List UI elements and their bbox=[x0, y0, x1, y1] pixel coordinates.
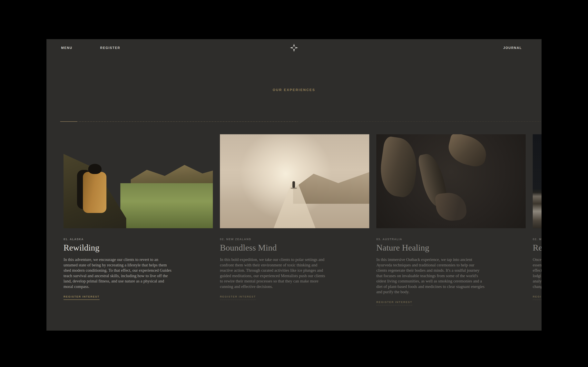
carousel-progress-divider bbox=[60, 121, 542, 122]
card-title: Re bbox=[533, 243, 542, 253]
experience-carousel: 01. ALASKA Rewilding In this adventure, … bbox=[63, 134, 542, 305]
menu-button[interactable]: MENU bbox=[61, 46, 72, 50]
register-link[interactable]: REGISTER bbox=[100, 46, 120, 50]
progress-track-inactive bbox=[299, 121, 542, 122]
experience-card-nature-healing: 03. AUSTRALIA Nature Healing In this imm… bbox=[376, 134, 526, 305]
rewilding-photo[interactable] bbox=[63, 134, 213, 228]
boundless-mind-photo[interactable] bbox=[220, 134, 369, 228]
site-canvas: MENU REGISTER JOURNAL OUR EXPERIENCES bbox=[46, 39, 542, 331]
section-eyebrow: OUR EXPERIENCES bbox=[46, 88, 542, 92]
experience-card-clipped: 02. M Re Once essen effect lodgi analy c… bbox=[533, 134, 542, 305]
photo-helmet bbox=[88, 164, 102, 174]
nature-healing-photo[interactable] bbox=[376, 134, 526, 228]
photo-ceremonial-bowl bbox=[470, 170, 526, 228]
card-title: Rewilding bbox=[63, 243, 213, 253]
photo-bark-piece bbox=[445, 134, 490, 168]
photo-valley bbox=[120, 183, 213, 228]
photo-dune-ridge bbox=[293, 166, 369, 204]
photo-bark-piece bbox=[435, 191, 467, 222]
clipped-photo[interactable] bbox=[533, 134, 542, 228]
register-interest-link[interactable]: REGIS bbox=[533, 295, 542, 300]
progress-track-active bbox=[79, 121, 299, 122]
register-interest-link[interactable]: REGISTER INTEREST bbox=[220, 295, 256, 300]
photo-bark-piece bbox=[377, 136, 421, 199]
journal-link[interactable]: JOURNAL bbox=[503, 46, 522, 50]
card-description: In this adventure, we encourage our clie… bbox=[63, 257, 172, 289]
card-description: In this immersive Outback experience, we… bbox=[376, 257, 484, 295]
photo-walker-figure bbox=[293, 181, 295, 188]
card-description: Once essen effect lodgi analy chang bbox=[533, 257, 542, 289]
card-title: Boundless Mind bbox=[220, 243, 369, 253]
card-number-label: 03. AUSTRALIA bbox=[376, 238, 526, 241]
photo-cyclist-figure bbox=[83, 172, 106, 213]
experience-card-rewilding: 01. ALASKA Rewilding In this adventure, … bbox=[63, 134, 213, 305]
register-interest-link[interactable]: REGISTER INTEREST bbox=[376, 301, 412, 305]
experience-card-boundless-mind: 02. NEW ZEALAND Boundless Mind In this b… bbox=[220, 134, 369, 305]
card-number-label: 02. M bbox=[533, 238, 542, 241]
progress-thumb bbox=[60, 121, 78, 122]
site-header: MENU REGISTER JOURNAL bbox=[46, 39, 542, 56]
card-number-label: 01. ALASKA bbox=[63, 238, 213, 241]
register-interest-link[interactable]: REGISTER INTEREST bbox=[63, 295, 100, 300]
card-description: In this bold expedition, we take our cli… bbox=[220, 257, 328, 289]
logo-sparkle-icon[interactable] bbox=[290, 43, 298, 52]
card-number-label: 02. NEW ZEALAND bbox=[220, 238, 369, 241]
card-title: Nature Healing bbox=[376, 243, 526, 253]
